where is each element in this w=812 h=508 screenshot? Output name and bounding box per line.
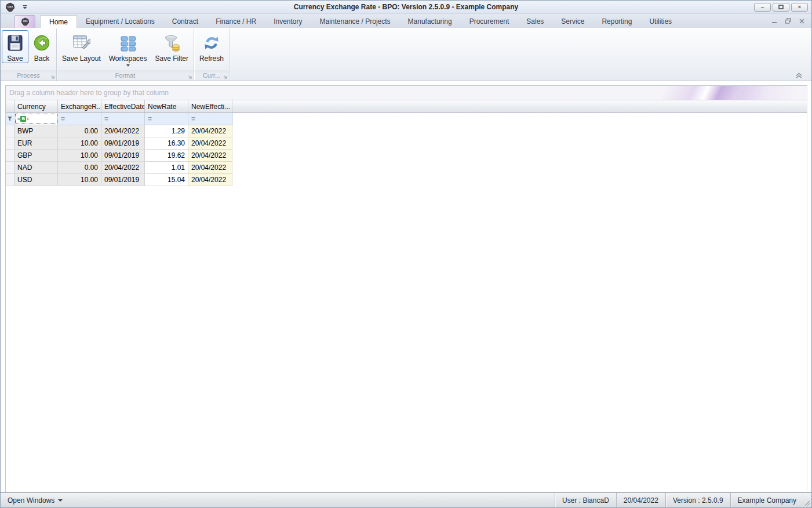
filter-input-newrate[interactable]: = <box>145 113 188 125</box>
row-indicator[interactable] <box>6 162 14 174</box>
tab-reporting[interactable]: Reporting <box>593 15 640 28</box>
grid-cell-currency[interactable]: EUR <box>14 137 58 150</box>
grid-cell-new-effective-date[interactable]: 20/04/2022 <box>188 125 232 137</box>
grid-cell-new-effective-date[interactable]: 20/04/2022 <box>188 137 232 150</box>
grid-cell-new-effective-date[interactable]: 20/04/2022 <box>188 162 232 174</box>
grid-cell-new-rate[interactable]: 19.62 <box>145 150 188 162</box>
tab-procurement[interactable]: Procurement <box>461 15 518 28</box>
grid-indicator-header <box>6 100 14 113</box>
application-menu-button[interactable] <box>14 15 35 28</box>
dialog-launcher-icon[interactable] <box>223 74 227 79</box>
grid-cell-new-effective-date[interactable]: 20/04/2022 <box>188 174 232 186</box>
grid-row-nad[interactable]: NAD0.0020/04/20221.0120/04/2022 <box>6 162 233 174</box>
grid-auto-filter-row: aBc ==== <box>6 113 233 125</box>
dialog-launcher-icon[interactable] <box>187 74 192 79</box>
column-header-effectivedate[interactable]: EffectiveDate <box>101 100 145 113</box>
grid-cell-currency[interactable]: USD <box>14 174 58 186</box>
save-filter-icon <box>162 34 181 52</box>
grid-cell-exchange-rate[interactable]: 10.00 <box>58 174 101 186</box>
grid-cell-currency[interactable]: NAD <box>14 162 58 174</box>
dialog-launcher-icon[interactable] <box>50 74 54 79</box>
save-button-label: Save <box>7 55 23 63</box>
workspaces-dropdown-icon <box>126 64 130 67</box>
filter-input-effectivedate[interactable]: = <box>101 113 145 125</box>
grid-cell-currency[interactable]: GBP <box>14 150 58 162</box>
exchange-rate-grid: Drag a column header here to group by th… <box>5 85 807 492</box>
tab-manufacturing[interactable]: Manufacturing <box>399 15 461 28</box>
filter-funnel-icon <box>7 116 13 122</box>
grid-cell-new-effective-date[interactable]: 20/04/2022 <box>188 150 232 162</box>
grid-row-eur[interactable]: EUR10.0009/01/201916.3020/04/2022 <box>6 137 233 150</box>
grid-cell-effective-date[interactable]: 09/01/2019 <box>101 174 145 186</box>
refresh-button[interactable]: Refresh <box>195 30 228 63</box>
minimize-button[interactable]: – <box>754 3 771 12</box>
main-content: Drag a column header here to group by th… <box>1 81 811 492</box>
tab-equipment-locations[interactable]: Equipment / Locations <box>77 15 163 28</box>
filter-input-exchanger[interactable]: = <box>58 113 101 125</box>
ribbon-group-caption-format: Format <box>57 70 194 81</box>
grid-rows: BWP0.0020/04/20221.2920/04/2022EUR10.000… <box>6 125 807 186</box>
row-indicator[interactable] <box>6 150 14 162</box>
row-indicator[interactable] <box>6 174 14 186</box>
tab-contract[interactable]: Contract <box>163 15 207 28</box>
grid-cell-new-rate[interactable]: 16.30 <box>145 137 188 150</box>
mdi-minimize-icon[interactable] <box>772 19 777 24</box>
grid-cell-new-rate[interactable]: 1.01 <box>145 162 188 174</box>
tab-service[interactable]: Service <box>552 15 593 28</box>
refresh-button-label: Refresh <box>199 55 224 63</box>
tab-maintenance-projects[interactable]: Maintenance / Projects <box>311 15 399 28</box>
maximize-button[interactable] <box>773 3 789 12</box>
open-windows-button[interactable]: Open Windows <box>1 496 63 505</box>
app-logo-icon <box>21 17 30 26</box>
row-indicator[interactable] <box>6 137 14 150</box>
grid-row-gbp[interactable]: GBP10.0009/01/201919.6220/04/2022 <box>6 150 233 162</box>
ribbon-collapse-icon[interactable] <box>795 72 803 79</box>
tab-home[interactable]: Home <box>40 15 77 28</box>
ribbon: Save Back Process <box>1 28 811 81</box>
mdi-close-icon[interactable] <box>799 19 804 24</box>
ribbon-group-caption-process: Process <box>1 70 56 81</box>
quick-access-customize-icon[interactable] <box>22 5 28 10</box>
tab-inventory[interactable]: Inventory <box>265 15 311 28</box>
grid-cell-effective-date[interactable]: 09/01/2019 <box>101 150 145 162</box>
save-layout-button[interactable]: Save Layout <box>58 30 105 63</box>
save-layout-button-label: Save Layout <box>62 55 101 63</box>
grid-cell-new-rate[interactable]: 1.29 <box>145 125 188 137</box>
close-button[interactable]: × <box>791 3 808 12</box>
grid-cell-new-rate[interactable]: 15.04 <box>145 174 188 186</box>
grid-row-bwp[interactable]: BWP0.0020/04/20221.2920/04/2022 <box>6 125 233 137</box>
filter-row-indicator <box>6 113 14 125</box>
grid-cell-exchange-rate[interactable]: 10.00 <box>58 150 101 162</box>
grid-cell-exchange-rate[interactable]: 0.00 <box>58 162 101 174</box>
save-button[interactable]: Save <box>2 30 28 63</box>
save-filter-button[interactable]: Save Filter <box>151 30 192 63</box>
mdi-restore-icon[interactable] <box>785 18 791 24</box>
tab-sales[interactable]: Sales <box>518 15 552 28</box>
back-button[interactable]: Back <box>28 30 55 63</box>
workspaces-button[interactable]: Workspaces <box>105 30 151 67</box>
grid-cell-effective-date[interactable]: 09/01/2019 <box>101 137 145 150</box>
grid-row-usd[interactable]: USD10.0009/01/201915.0420/04/2022 <box>6 174 233 186</box>
tab-utilities[interactable]: Utilities <box>640 15 680 28</box>
column-header-neweffecti[interactable]: NewEffecti... <box>188 100 232 113</box>
column-header-currency[interactable]: Currency <box>14 100 58 113</box>
filter-input-neweffecti[interactable]: = <box>188 113 232 125</box>
resize-grip[interactable] <box>803 493 811 507</box>
grid-cell-exchange-rate[interactable]: 0.00 <box>58 125 101 137</box>
status-bar: Open Windows User : BiancaD 20/04/2022 V… <box>1 492 811 507</box>
tab-finance-hr[interactable]: Finance / HR <box>207 15 265 28</box>
column-header-newrate[interactable]: NewRate <box>145 100 188 113</box>
app-window: Currency Exchange Rate - BPO: Version 2.… <box>0 0 812 508</box>
app-logo-icon <box>5 2 15 12</box>
grid-group-by-panel[interactable]: Drag a column header here to group by th… <box>6 86 807 100</box>
grid-cell-effective-date[interactable]: 20/04/2022 <box>101 125 145 137</box>
ribbon-group-format: Save Layout Workspaces <box>57 29 194 81</box>
filter-input-currency[interactable]: aBc <box>14 113 58 125</box>
column-header-exchanger[interactable]: ExchangeR... <box>58 100 101 113</box>
grid-cell-exchange-rate[interactable]: 10.00 <box>58 137 101 150</box>
row-indicator[interactable] <box>6 125 14 137</box>
grid-cell-currency[interactable]: BWP <box>14 125 58 137</box>
grid-cell-effective-date[interactable]: 20/04/2022 <box>101 162 145 174</box>
window-controls: – × <box>754 3 808 12</box>
maximize-icon <box>778 5 784 9</box>
